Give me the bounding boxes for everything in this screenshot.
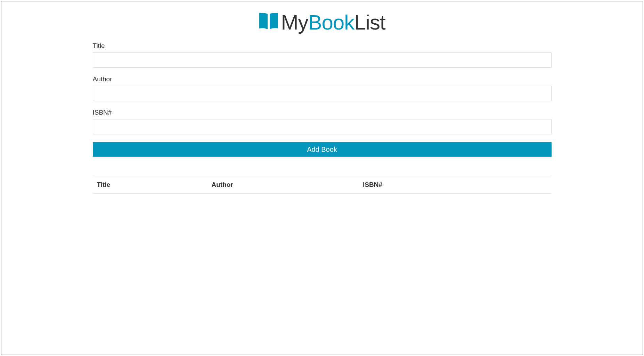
title-part-my: My bbox=[281, 11, 308, 34]
title-part-book: Book bbox=[308, 11, 354, 34]
column-header-title: Title bbox=[93, 176, 207, 194]
column-header-author: Author bbox=[207, 176, 359, 194]
title-part-list: List bbox=[354, 11, 385, 34]
isbn-label: ISBN# bbox=[93, 109, 552, 116]
main-container: MyBookList Title Author ISBN# Add Book T… bbox=[93, 1, 552, 194]
book-table: Title Author ISBN# bbox=[93, 176, 552, 194]
book-open-icon bbox=[259, 12, 279, 33]
isbn-input[interactable] bbox=[93, 119, 552, 134]
author-label: Author bbox=[93, 75, 552, 83]
author-input[interactable] bbox=[93, 86, 552, 101]
table-header-row: Title Author ISBN# bbox=[93, 176, 552, 194]
form-group-isbn: ISBN# bbox=[93, 109, 552, 134]
title-label: Title bbox=[93, 42, 552, 50]
add-book-button[interactable]: Add Book bbox=[93, 142, 552, 157]
book-form: Title Author ISBN# Add Book bbox=[93, 42, 552, 157]
form-group-title: Title bbox=[93, 42, 552, 68]
column-header-isbn: ISBN# bbox=[359, 176, 551, 194]
form-group-author: Author bbox=[93, 75, 552, 101]
page-title: MyBookList bbox=[93, 12, 552, 33]
title-input[interactable] bbox=[93, 52, 552, 68]
